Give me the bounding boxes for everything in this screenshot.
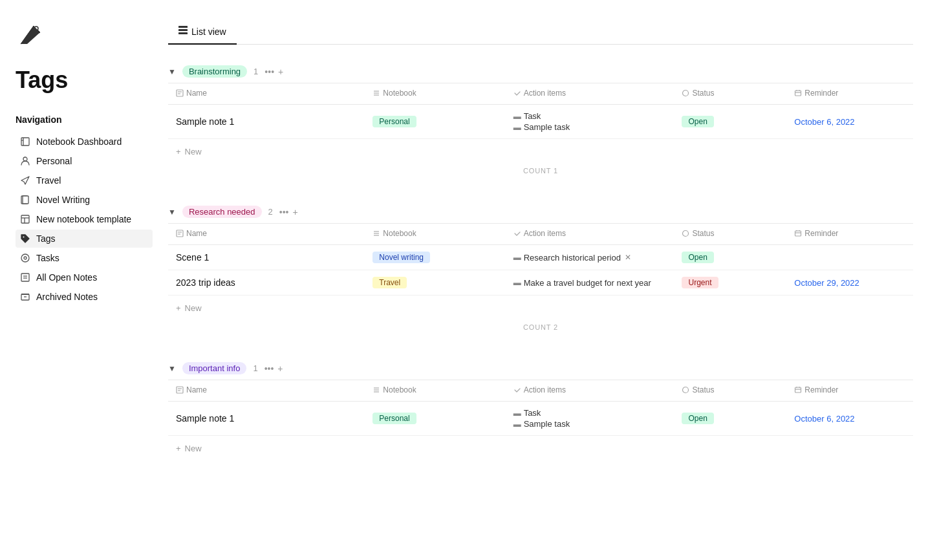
sidebar-nav: Notebook Dashboard Personal Travel bbox=[16, 133, 153, 306]
note-reminder: October 6, 2022 bbox=[786, 105, 913, 139]
sidebar-item-label: New notebook template bbox=[36, 214, 131, 224]
svg-rect-22 bbox=[178, 32, 188, 34]
note-notebook: Personal bbox=[365, 402, 505, 436]
new-row-button[interactable]: + New bbox=[168, 142, 913, 162]
tag-badge[interactable]: Research needed bbox=[182, 206, 262, 218]
note-notebook: Travel bbox=[365, 270, 505, 296]
notebook-badge[interactable]: Travel bbox=[372, 277, 407, 288]
notebook-badge[interactable]: Personal bbox=[372, 413, 416, 424]
tag-count: 1 bbox=[253, 363, 257, 373]
count-row: COUNT 1 bbox=[168, 162, 913, 185]
svg-rect-41 bbox=[795, 231, 801, 236]
svg-rect-52 bbox=[795, 387, 801, 393]
sidebar-item-label: Novel Writing bbox=[36, 195, 90, 205]
svg-rect-8 bbox=[21, 215, 29, 223]
note-name[interactable]: Sample note 1 bbox=[168, 105, 365, 139]
tag-group-actions: ••• + bbox=[279, 207, 298, 217]
toggle-button[interactable]: ▼ bbox=[168, 67, 176, 76]
sidebar-item-personal[interactable]: Personal bbox=[16, 152, 153, 170]
svg-rect-34 bbox=[177, 230, 183, 237]
add-icon: + bbox=[176, 303, 181, 313]
col-header-reminder: Reminder bbox=[786, 224, 913, 245]
col-header-name: Name bbox=[168, 224, 365, 245]
reminder-date: October 6, 2022 bbox=[794, 117, 854, 127]
toggle-button[interactable]: ▼ bbox=[168, 364, 176, 373]
add-icon: + bbox=[176, 147, 181, 156]
more-options-icon[interactable]: ••• bbox=[279, 207, 289, 217]
sidebar-item-label: Notebook Dashboard bbox=[36, 136, 122, 147]
sidebar-item-label: Tasks bbox=[36, 253, 59, 263]
note-name[interactable]: 2023 trip ideas bbox=[168, 270, 365, 296]
reminder-date: October 6, 2022 bbox=[794, 414, 854, 424]
sidebar-item-label: Tags bbox=[36, 233, 56, 244]
tag-count: 2 bbox=[268, 207, 273, 217]
add-item-icon[interactable]: + bbox=[277, 363, 283, 374]
col-header-status: Status bbox=[674, 224, 786, 245]
sidebar-item-new-notebook-template[interactable]: New notebook template bbox=[16, 210, 153, 228]
sidebar-item-all-open-notes[interactable]: All Open Notes bbox=[16, 268, 153, 286]
template-icon bbox=[19, 213, 31, 225]
sidebar-item-tags[interactable]: Tags bbox=[16, 230, 153, 248]
action-item: ▬ Task bbox=[513, 408, 667, 418]
svg-rect-30 bbox=[795, 91, 801, 96]
tag-badge[interactable]: Brainstorming bbox=[182, 65, 247, 78]
notes-table-brainstorming: Name Notebook Action i bbox=[168, 83, 913, 139]
tag-badge[interactable]: Important info bbox=[182, 362, 247, 374]
tag-group-header: ▼ Important info 1 ••• + bbox=[168, 357, 913, 380]
tab-label: List view bbox=[191, 27, 226, 37]
notebook-badge[interactable]: Personal bbox=[372, 116, 416, 127]
notebook-icon bbox=[19, 136, 31, 147]
sidebar-item-archived-notes[interactable]: Archived Notes bbox=[16, 288, 153, 306]
toggle-button[interactable]: ▼ bbox=[168, 208, 176, 217]
list-view-icon bbox=[178, 26, 188, 37]
col-header-status: Status bbox=[674, 380, 786, 402]
notebook-badge[interactable]: Novel writing bbox=[372, 252, 430, 263]
note-action-items: ▬ Research historical period ✕ bbox=[506, 245, 675, 270]
col-header-status: Status bbox=[674, 83, 786, 105]
main-content: List view ▼ Brainstorming 1 ••• + bbox=[168, 0, 939, 560]
sidebar-item-novel-writing[interactable]: Novel Writing bbox=[16, 191, 153, 209]
svg-point-12 bbox=[21, 254, 29, 262]
col-header-reminder: Reminder bbox=[786, 380, 913, 402]
note-name[interactable]: Scene 1 bbox=[168, 245, 365, 270]
note-status: Open bbox=[674, 402, 786, 436]
svg-rect-45 bbox=[177, 387, 183, 393]
app-logo bbox=[16, 21, 153, 51]
status-badge[interactable]: Open bbox=[682, 252, 713, 263]
notes-table-research-needed: Name Notebook Action i bbox=[168, 223, 913, 296]
status-badge[interactable]: Open bbox=[682, 116, 713, 127]
note-name[interactable]: Sample note 1 bbox=[168, 402, 365, 436]
page-title: Tags bbox=[16, 67, 153, 94]
tag-group-actions: ••• + bbox=[264, 67, 283, 77]
add-item-icon[interactable]: + bbox=[292, 207, 297, 217]
nav-section-label: Navigation bbox=[16, 114, 153, 125]
svg-rect-20 bbox=[178, 26, 188, 28]
tag-icon bbox=[19, 233, 31, 244]
notes-icon bbox=[19, 272, 31, 283]
more-options-icon[interactable]: ••• bbox=[264, 363, 274, 374]
sidebar-item-tasks[interactable]: Tasks bbox=[16, 249, 153, 267]
col-header-action-items: Action items bbox=[506, 83, 675, 105]
svg-rect-2 bbox=[21, 138, 29, 145]
note-status: Urgent bbox=[674, 270, 786, 296]
col-header-notebook: Notebook bbox=[365, 380, 505, 402]
add-item-icon[interactable]: + bbox=[278, 67, 283, 77]
svg-point-13 bbox=[24, 257, 27, 259]
sidebar-item-label: All Open Notes bbox=[36, 272, 97, 283]
table-row: 2023 trip ideas Travel ▬ Make a travel b… bbox=[168, 270, 913, 296]
new-row-button[interactable]: + New bbox=[168, 298, 913, 318]
tasks-icon bbox=[19, 252, 31, 264]
sidebar-item-travel[interactable]: Travel bbox=[16, 171, 153, 189]
table-row: Sample note 1 Personal ▬ Task bbox=[168, 402, 913, 436]
new-row-button[interactable]: + New bbox=[168, 438, 913, 458]
more-options-icon[interactable]: ••• bbox=[264, 67, 274, 77]
col-header-name: Name bbox=[168, 380, 365, 402]
sidebar-item-notebook-dashboard[interactable]: Notebook Dashboard bbox=[16, 133, 153, 151]
tab-list-view[interactable]: List view bbox=[168, 21, 237, 45]
note-notebook: Personal bbox=[365, 105, 505, 139]
status-badge[interactable]: Urgent bbox=[682, 277, 718, 288]
action-item: ▬ Research historical period ✕ bbox=[513, 253, 667, 263]
remove-icon[interactable]: ✕ bbox=[625, 253, 631, 262]
status-badge[interactable]: Open bbox=[682, 413, 713, 424]
note-status: Open bbox=[674, 105, 786, 139]
